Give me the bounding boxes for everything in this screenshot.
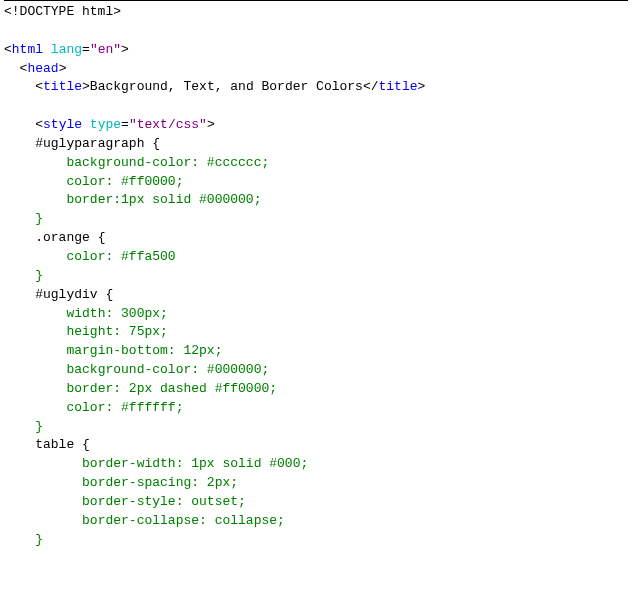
selector-uglyparagraph: #uglyparagraph { [35,136,160,151]
code-block: <!DOCTYPE html> <html lang="en"> <head> … [4,3,628,549]
brace-close: } [35,532,43,547]
type-attr: type [90,117,121,132]
lang-value: "en" [90,42,121,57]
css-line: color: #ff0000; [35,174,183,189]
brace-close: } [35,419,43,434]
css-line: height: 75px; [35,324,168,339]
css-line: width: 300px; [35,306,168,321]
selector-uglydiv: #uglydiv { [35,287,113,302]
css-line: color: #ffffff; [35,400,183,415]
css-line: margin-bottom: 12px; [35,343,222,358]
css-line: background-color: #000000; [35,362,269,377]
brace-close: } [35,268,43,283]
css-line: border-spacing: 2px; [35,475,238,490]
selector-orange: .orange { [35,230,105,245]
lang-attr: lang [51,42,82,57]
css-line: border-collapse: collapse; [35,513,285,528]
style-open: style [43,117,82,132]
title-close: title [379,79,418,94]
code-snippet-page: <!DOCTYPE html> <html lang="en"> <head> … [0,0,632,600]
css-line: border:1px solid #000000; [35,192,261,207]
title-open: title [43,79,82,94]
selector-table: table { [35,437,90,452]
css-line: border-width: 1px solid #000; [35,456,308,471]
head-open: head [27,61,58,76]
html-open: html [12,42,43,57]
css-line: background-color: #cccccc; [35,155,269,170]
css-line: color: #ffa500 [35,249,175,264]
css-line: border: 2px dashed #ff0000; [35,381,277,396]
doctype-line: <!DOCTYPE html> [4,4,121,19]
brace-close: } [35,211,43,226]
type-value: "text/css" [129,117,207,132]
css-line: border-style: outset; [35,494,246,509]
top-border [4,0,628,1]
title-text: Background, Text, and Border Colors [90,79,363,94]
